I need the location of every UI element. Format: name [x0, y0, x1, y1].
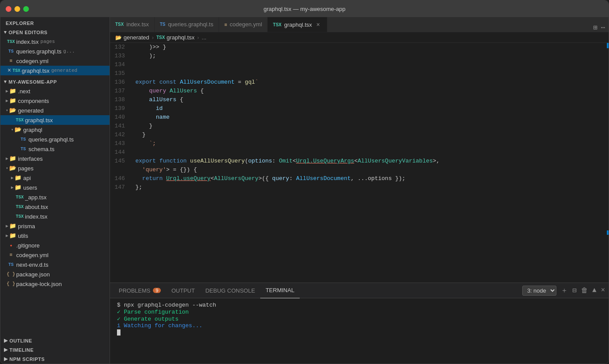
maximize-panel-icon[interactable]: ▲ [592, 286, 597, 294]
code-table: 132 )>> } 133 ); 134 [110, 43, 609, 192]
chevron-right-icon: ▶ [6, 233, 8, 238]
folder-icon: 📂 [115, 35, 122, 41]
table-row: 137 query AllUsers { [110, 87, 609, 95]
sidebar-item-api[interactable]: ▶ 📁 api [0, 173, 110, 183]
tab-problems[interactable]: PROBLEMS 9 [113, 283, 166, 298]
terminal-line-3: i Watching for changes... [117, 322, 602, 329]
window-title: graphql.tsx — my-awesome-app [263, 6, 345, 12]
trash-icon[interactable]: 🗑 [581, 286, 588, 295]
sidebar-item-codegen-yml[interactable]: ≡ codegen.yml [0, 250, 110, 260]
open-editors-section[interactable]: ▾ OPEN EDITORS [0, 28, 110, 37]
sidebar-item-prisma[interactable]: ▶ 📁 prisma [0, 221, 110, 231]
tab-terminal[interactable]: TERMINAL [260, 283, 300, 298]
main-layout: EXPLORER ▾ OPEN EDITORS TSX index.tsx pa… [0, 17, 609, 364]
open-editor-index[interactable]: TSX index.tsx pages [0, 37, 110, 46]
terminal-line-1: ✓ Parse configuration [117, 308, 602, 315]
breadcrumb: 📂 generated › TSX graphql.tsx › ... [110, 32, 609, 43]
table-row: 143 `; [110, 139, 609, 148]
ts-file-icon: TS [20, 145, 27, 152]
minimize-button[interactable] [14, 6, 20, 12]
tsx-file-icon: TSX [16, 194, 23, 201]
open-editor-codegen[interactable]: ≡ codegen.yml [0, 56, 110, 66]
sidebar-item-package-lock[interactable]: { } package-lock.json [0, 279, 110, 289]
project-section[interactable]: ▾ MY-AWESOME-APP [0, 77, 110, 86]
timeline-section[interactable]: ▶ TIMELINE [0, 345, 110, 354]
breadcrumb-ellipsis[interactable]: ... [202, 34, 206, 41]
open-editor-graphql[interactable]: × TSX graphql.tsx generated [0, 66, 110, 75]
titlebar: graphql.tsx — my-awesome-app [0, 0, 609, 17]
npm-scripts-section[interactable]: ▶ NPM SCRIPTS [0, 354, 110, 364]
sidebar-item-users[interactable]: ▶ 📁 users [0, 183, 110, 192]
sidebar-item-schema-ts[interactable]: TS schema.ts [0, 144, 110, 154]
code-area[interactable]: 132 )>> } 133 ); 134 [110, 43, 609, 283]
tsx-file-icon: TSX [16, 203, 23, 210]
sidebar-item-components[interactable]: ▶ 📁 components [0, 96, 110, 106]
folder-open-icon: 📂 [9, 165, 16, 172]
split-editor-icon[interactable]: ⊞ [593, 23, 598, 32]
problems-badge: 9 [153, 288, 161, 293]
sidebar-item-index-tsx[interactable]: TSX index.tsx [0, 212, 110, 221]
sidebar-item-generated[interactable]: ▾ 📂 generated [0, 106, 110, 115]
terminal-prompt-line: $ npx graphql-codegen --watch [117, 302, 602, 308]
chevron-right-icon: ▶ [6, 223, 8, 229]
tab-output[interactable]: OUTPUT [166, 283, 200, 298]
table-row: 147 }; [110, 183, 609, 192]
sidebar-item-interfaces[interactable]: ▶ 📁 interfaces [0, 154, 110, 163]
close-panel-icon[interactable]: × [601, 286, 605, 294]
tsx-icon-active: TSX [273, 22, 281, 27]
table-row: 144 [110, 148, 609, 157]
sidebar-item-next-env[interactable]: TS next-env.d.ts [0, 260, 110, 269]
scrollbar-indicator [607, 43, 609, 48]
sidebar-item-app-tsx[interactable]: TSX _app.tsx [0, 192, 110, 202]
ts-file-icon: TS [7, 261, 14, 268]
folder-open-icon: 📂 [14, 126, 21, 133]
tab-index[interactable]: TSX index.tsx [110, 17, 155, 32]
yml-icon: ≡ [7, 57, 14, 64]
terminal-line-2: ✓ Generate outputs [117, 315, 602, 322]
split-terminal-icon[interactable]: ⊟ [572, 286, 577, 295]
folder-icon: 📁 [9, 232, 16, 239]
sidebar-item-gitignore[interactable]: ⬥ .gitignore [0, 240, 110, 250]
tab-graphql[interactable]: TSX graphql.tsx × [268, 17, 327, 32]
sidebar-item-utils[interactable]: ▶ 📁 utils [0, 231, 110, 240]
more-actions-icon[interactable]: ⋯ [601, 23, 605, 32]
close-file-icon[interactable]: × [7, 67, 11, 74]
tab-codegen[interactable]: ≡ codegen.yml [219, 17, 268, 32]
terminal-selector[interactable]: 3: node 1: bash 2: zsh [522, 286, 556, 296]
json-file-icon: { } [7, 280, 14, 287]
breadcrumb-sep2: › [197, 34, 199, 41]
sidebar-item-pages[interactable]: ▾ 📂 pages [0, 163, 110, 173]
close-button[interactable] [6, 6, 11, 12]
yml-file-icon: ≡ [7, 251, 14, 258]
sidebar-item-graphql-folder[interactable]: ▾ 📂 graphql [0, 125, 110, 134]
tsx-icon: TSX [156, 35, 165, 40]
table-row: 141 } [110, 122, 609, 131]
table-row: 'query'> = {}) { [110, 166, 609, 174]
sidebar-item-next[interactable]: ▶ 📁 .next [0, 86, 110, 96]
table-row: 133 ); [110, 52, 609, 60]
maximize-button[interactable] [23, 6, 29, 12]
tab-close-icon[interactable]: × [315, 21, 322, 28]
outline-section[interactable]: ▶ OUTLINE [0, 336, 110, 345]
folder-icon: 📁 [9, 155, 16, 162]
scrollbar-indicator-2 [607, 230, 609, 235]
sidebar-item-queries-ts[interactable]: TS queries.graphql.ts [0, 134, 110, 144]
sidebar-item-graphql-tsx[interactable]: TSX graphql.tsx [0, 115, 110, 125]
folder-icon: 📁 [9, 223, 16, 230]
chevron-down-icon: ▾ [6, 166, 8, 171]
sidebar-item-package-json[interactable]: { } package.json [0, 269, 110, 279]
folder-open-icon: 📂 [9, 107, 16, 114]
new-terminal-icon[interactable]: ＋ [561, 286, 568, 295]
tab-debug-console[interactable]: DEBUG CONSOLE [200, 283, 260, 298]
open-editor-queries[interactable]: TS queries.graphql.ts g... [0, 46, 110, 56]
editor-panel-area: TSX index.tsx TS queries.graphql.ts ≡ co… [110, 17, 609, 364]
terminal-content: $ npx graphql-codegen --watch ✓ Parse co… [110, 298, 609, 364]
chevron-right-icon: ▶ [6, 98, 8, 103]
tab-queries[interactable]: TS queries.graphql.ts [155, 17, 219, 32]
breadcrumb-generated[interactable]: 📂 generated [115, 34, 149, 41]
tsx-file-icon: TSX [16, 213, 23, 220]
breadcrumb-graphql[interactable]: TSX graphql.tsx [156, 34, 195, 41]
chevron-right-icon: ▶ [4, 356, 8, 362]
sidebar-item-about-tsx[interactable]: TSX about.tsx [0, 202, 110, 212]
chevron-down-icon: ▾ [6, 108, 8, 113]
